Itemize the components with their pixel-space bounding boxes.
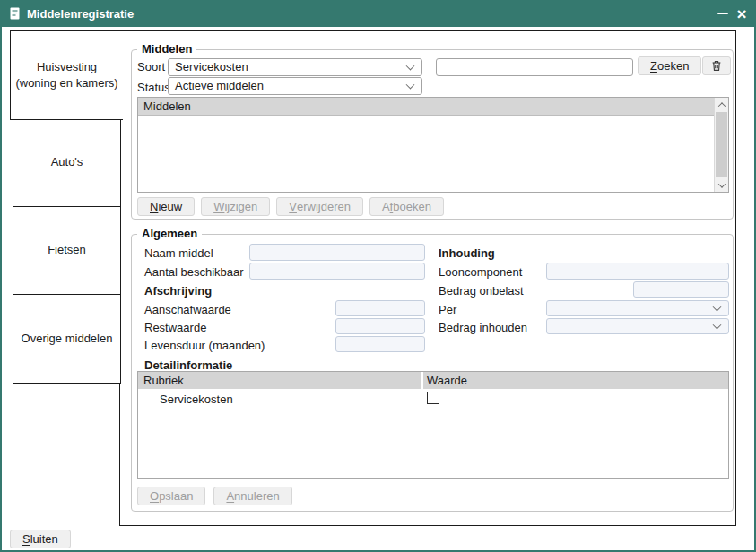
- document-icon: [9, 6, 21, 21]
- aantal-beschikbaar-label: Aantal beschikbaar: [144, 265, 244, 279]
- minimize-button[interactable]: [712, 0, 734, 27]
- column-rubriek: Rubriek: [138, 372, 421, 389]
- restwaarde-input[interactable]: [335, 318, 425, 334]
- close-button[interactable]: ×: [732, 0, 752, 27]
- chevron-down-icon: [713, 321, 722, 330]
- rubriek-cell: Servicekosten: [160, 392, 233, 406]
- bedrag-onbelast-label: Bedrag onbelast: [439, 284, 524, 298]
- column-waarde: Waarde: [423, 372, 728, 389]
- close-icon: ×: [736, 5, 746, 22]
- scroll-up-button[interactable]: [715, 98, 728, 111]
- middelen-group: Middelen Soort Servicekosten Zoeken Stat…: [131, 49, 734, 220]
- chevron-up-icon: [717, 102, 725, 109]
- minimize-icon: [717, 13, 728, 14]
- chevron-down-icon: [713, 303, 722, 312]
- middelen-actions: Nieuw Wijzigen Verwijderen Afboeken: [137, 197, 444, 216]
- status-label: Status: [137, 81, 170, 94]
- tab-autos[interactable]: Auto's: [13, 118, 121, 208]
- opslaan-button[interactable]: Opslaan: [137, 487, 205, 505]
- afboeken-button[interactable]: Afboeken: [369, 197, 444, 216]
- naam-middel-label: Naam middel: [144, 246, 213, 260]
- chevron-down-icon: [406, 81, 415, 90]
- nieuw-button[interactable]: Nieuw: [137, 197, 195, 216]
- detail-table-header: Rubriek Waarde: [138, 372, 728, 389]
- table-row[interactable]: Servicekosten: [138, 389, 728, 410]
- aanschafwaarde-label: Aanschafwaarde: [144, 303, 231, 316]
- tab-overige-middelen[interactable]: Overige middelen: [13, 294, 121, 384]
- soort-label: Soort: [137, 60, 165, 73]
- chevron-down-icon: [717, 180, 725, 187]
- verwijderen-button[interactable]: Verwijderen: [276, 197, 363, 216]
- looncomponent-input[interactable]: [546, 263, 729, 280]
- middelen-group-legend: Middelen: [137, 42, 196, 56]
- bedrag-onbelast-input[interactable]: [633, 281, 729, 298]
- naam-middel-input[interactable]: [249, 244, 425, 261]
- delete-button[interactable]: [702, 56, 731, 75]
- search-input[interactable]: [436, 58, 633, 76]
- tab-huisvesting[interactable]: Huisvesting (woning en kamers): [10, 30, 123, 120]
- detailinformatie-heading: Detailinformatie: [144, 358, 232, 372]
- aanschafwaarde-input[interactable]: [335, 300, 425, 316]
- levensduur-label: Levensduur (maanden): [144, 339, 265, 352]
- soort-select-value: Servicekosten: [175, 60, 248, 73]
- zoeken-button[interactable]: Zoeken: [638, 56, 701, 75]
- levensduur-input[interactable]: [335, 336, 425, 352]
- soort-select[interactable]: Servicekosten: [168, 58, 422, 76]
- looncomponent-label: Looncomponent: [439, 265, 522, 279]
- trash-icon: [710, 59, 723, 73]
- algemeen-group: Algemeen Naam middel Aantal beschikbaar …: [131, 234, 734, 512]
- scroll-down-button[interactable]: [715, 178, 728, 192]
- list-scrollbar[interactable]: [714, 98, 728, 192]
- sluiten-button[interactable]: Sluiten: [10, 530, 71, 548]
- bedrag-inhouden-select[interactable]: [546, 318, 729, 334]
- detail-table: Rubriek Waarde Servicekosten: [137, 371, 729, 479]
- tab-fietsen[interactable]: Fietsen: [13, 206, 121, 296]
- per-select[interactable]: [546, 300, 729, 316]
- inhouding-heading: Inhouding: [439, 246, 495, 260]
- status-select[interactable]: Actieve middelen: [168, 77, 422, 95]
- save-actions: Opslaan Annuleren: [137, 487, 292, 505]
- annuleren-button[interactable]: Annuleren: [213, 487, 291, 505]
- scrollbar-thumb[interactable]: [716, 112, 727, 177]
- restwaarde-label: Restwaarde: [144, 321, 206, 334]
- aantal-beschikbaar-input[interactable]: [249, 263, 425, 280]
- algemeen-group-legend: Algemeen: [137, 227, 202, 240]
- status-select-value: Actieve middelen: [175, 79, 264, 92]
- per-label: Per: [439, 303, 456, 316]
- bedrag-inhouden-label: Bedrag inhouden: [439, 321, 527, 334]
- chevron-down-icon: [406, 62, 415, 71]
- window-title: Middelenregistratie: [27, 7, 134, 21]
- middelen-list-header: Middelen: [138, 98, 714, 116]
- middelenregistratie-window: Middelenregistratie × Huisvesting (wonin…: [0, 0, 756, 552]
- wijzigen-button[interactable]: Wijzigen: [201, 197, 270, 216]
- afschrijving-heading: Afschrijving: [144, 284, 212, 298]
- waarde-checkbox[interactable]: [427, 392, 439, 404]
- titlebar: Middelenregistratie ×: [0, 0, 756, 27]
- middelen-listbox[interactable]: Middelen: [137, 97, 729, 193]
